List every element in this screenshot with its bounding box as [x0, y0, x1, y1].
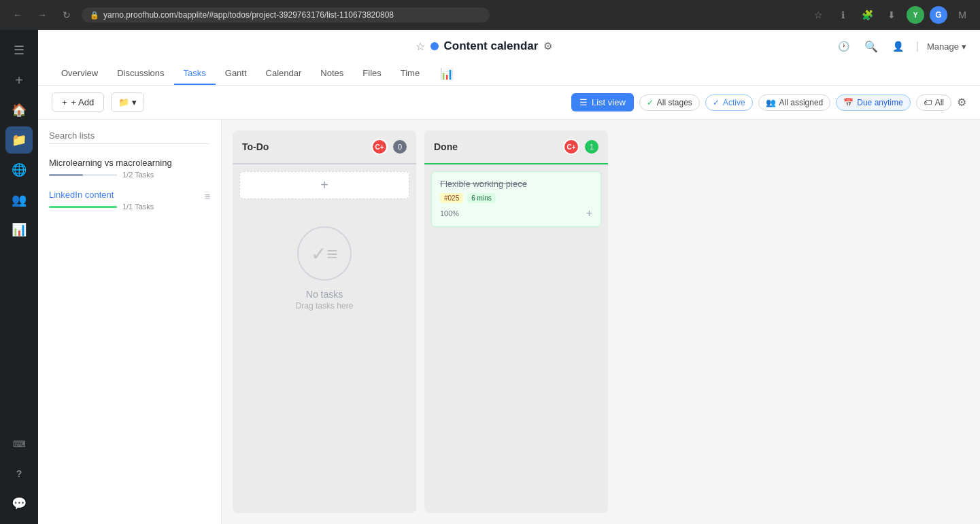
content-area: Microlearning vs macrolearning 1/2 Tasks…	[38, 120, 980, 524]
extensions-icon[interactable]: 🧩	[858, 5, 877, 24]
user-avatar-todo: C+	[371, 139, 388, 155]
browser-avatar-ext: Y	[907, 6, 924, 24]
tab-tasks[interactable]: Tasks	[174, 63, 216, 85]
progress-bar-bg	[49, 174, 117, 176]
filter-all-stages[interactable]: ✓ All stages	[639, 94, 700, 111]
task-tag-id: #025	[440, 193, 463, 203]
tab-discussions[interactable]: Discussions	[107, 63, 173, 85]
filter-all-assigned[interactable]: 👥 All assigned	[758, 94, 831, 111]
tab-gantt[interactable]: Gantt	[216, 63, 256, 85]
app-sidebar: ☰ + 🏠 📁 🌐 👥 📊 ⌨ ? 💬	[0, 30, 38, 524]
user-avatar-done: C+	[563, 139, 579, 155]
task-card[interactable]: Flexible working piece #025 6 mins 100% …	[431, 171, 601, 227]
list-view-button[interactable]: ☰ List view	[571, 93, 634, 111]
sidebar-item-people[interactable]: 👥	[5, 186, 33, 213]
favorite-star-icon[interactable]: ☆	[416, 40, 425, 53]
forward-button[interactable]: →	[33, 5, 52, 24]
avatar-stack-done: C+	[563, 139, 579, 155]
kanban-column-todo: To-Do C+ 0 + ✓≡ No tasks Dr	[233, 130, 416, 513]
search-lists-input[interactable]	[49, 128, 210, 144]
folder-chevron-icon: ▾	[132, 97, 137, 107]
filter-settings-icon[interactable]: ⚙	[957, 96, 966, 109]
chart-icon[interactable]: 📊	[440, 67, 454, 80]
folder-button[interactable]: 📁 ▾	[111, 92, 144, 112]
column-header-todo: To-Do C+ 0	[233, 130, 416, 164]
empty-state-title: No tasks	[306, 289, 343, 300]
done-badge: 1	[585, 140, 598, 154]
help-browser-icon[interactable]: ℹ	[833, 5, 852, 24]
task-tag-time: 6 mins	[467, 193, 495, 203]
list-item-name: Microlearning vs macrolearning	[49, 158, 210, 168]
column-title-done: Done	[434, 141, 558, 152]
refresh-button[interactable]: ↻	[57, 5, 76, 24]
project-settings-icon[interactable]: ⚙	[543, 40, 552, 52]
calendar-icon: 📅	[843, 98, 854, 107]
sidebar-item-projects[interactable]: 📁	[5, 126, 33, 154]
history-icon[interactable]: 🕐	[834, 37, 854, 56]
add-button[interactable]: + + Add	[52, 92, 104, 112]
column-body-done: Flexible working piece #025 6 mins 100% …	[424, 164, 608, 513]
sidebar-item-add[interactable]: +	[5, 67, 33, 94]
top-header: ☆ Content calendar ⚙ 🕐 🔍 👤 | Manage ▾	[38, 30, 980, 86]
list-item-name-active: LinkedIn content	[49, 190, 114, 200]
progress-bar-fill	[49, 174, 83, 176]
column-title-todo: To-Do	[242, 141, 366, 152]
sidebar-item-home[interactable]: 🏠	[5, 97, 33, 124]
tab-calendar[interactable]: Calendar	[256, 63, 311, 85]
gmail-icon[interactable]: M	[953, 5, 972, 24]
list-item[interactable]: Microlearning vs macrolearning 1/2 Tasks	[49, 152, 210, 184]
star-browser-icon[interactable]: ☆	[809, 5, 828, 24]
tab-time[interactable]: Time	[391, 63, 429, 85]
tab-files[interactable]: Files	[353, 63, 390, 85]
task-percent: 100%	[440, 209, 459, 217]
kanban-column-done: Done C+ 1 Flexible working piece #025 6	[424, 130, 608, 513]
manage-button[interactable]: Manage ▾	[927, 41, 966, 52]
main-area: ☆ Content calendar ⚙ 🕐 🔍 👤 | Manage ▾	[38, 30, 980, 524]
progress-bar-bg	[49, 206, 117, 208]
task-title: Flexible working piece	[440, 179, 592, 189]
toolbar: + + Add 📁 ▾ ☰ List view ✓ All stages ✓ A…	[38, 86, 980, 120]
filter-active[interactable]: ✓ Active	[705, 94, 753, 111]
sidebar-item-menu[interactable]: ☰	[5, 37, 33, 64]
task-count: 1/1 Tasks	[122, 203, 154, 211]
task-add-icon[interactable]: +	[586, 207, 592, 220]
sidebar-item-network[interactable]: 🌐	[5, 156, 33, 184]
download-icon[interactable]: ⬇	[882, 5, 901, 24]
column-header-done: Done C+ 1	[424, 130, 608, 164]
url-text: yarno.proofhub.com/bapplite/#app/todos/p…	[103, 10, 394, 20]
empty-state-sub: Drag tasks here	[296, 301, 354, 311]
avatar-stack-todo: C+	[371, 139, 388, 155]
browser-avatar-g: G	[930, 6, 947, 24]
task-tags: #025 6 mins	[440, 193, 592, 203]
add-icon: +	[62, 97, 67, 107]
project-color-dot	[430, 42, 439, 50]
sidebar-item-chat[interactable]: 💬	[5, 490, 33, 517]
back-button[interactable]: ←	[8, 5, 27, 24]
project-title: Content calendar	[444, 39, 539, 53]
filter-all-tags[interactable]: 🏷 All	[916, 94, 951, 111]
active-check-icon: ✓	[713, 98, 720, 107]
nav-tabs: Overview Discussions Tasks Gantt Calenda…	[52, 60, 966, 85]
sidebar-item-reports[interactable]: 📊	[5, 216, 33, 243]
sidebar-item-help[interactable]: ?	[5, 460, 33, 487]
filter-due-anytime[interactable]: 📅 Due anytime	[836, 94, 910, 111]
lock-icon: 🔒	[90, 11, 99, 20]
empty-state-todo: ✓≡ No tasks Drag tasks here	[239, 199, 409, 338]
add-user-icon[interactable]: 👤	[889, 37, 908, 56]
address-bar[interactable]: 🔒 yarno.proofhub.com/bapplite/#app/todos…	[82, 7, 490, 22]
add-task-button-todo[interactable]: +	[239, 171, 409, 199]
lists-sidebar: Microlearning vs macrolearning 1/2 Tasks…	[38, 120, 222, 524]
empty-state-icon: ✓≡	[297, 226, 352, 281]
list-options-icon[interactable]: ≡	[205, 191, 210, 202]
tab-overview[interactable]: Overview	[52, 63, 107, 85]
todo-badge: 0	[393, 140, 407, 154]
sidebar-item-keyboard[interactable]: ⌨	[5, 430, 33, 457]
progress-bar-fill	[49, 206, 117, 208]
list-item[interactable]: LinkedIn content ≡ 1/1 Tasks	[49, 184, 210, 216]
list-view-icon: ☰	[579, 97, 588, 107]
tag-icon: 🏷	[924, 98, 932, 107]
people-icon: 👥	[766, 98, 776, 107]
kanban-area: To-Do C+ 0 + ✓≡ No tasks Dr	[222, 120, 980, 524]
search-icon[interactable]: 🔍	[862, 37, 881, 56]
tab-notes[interactable]: Notes	[311, 63, 353, 85]
